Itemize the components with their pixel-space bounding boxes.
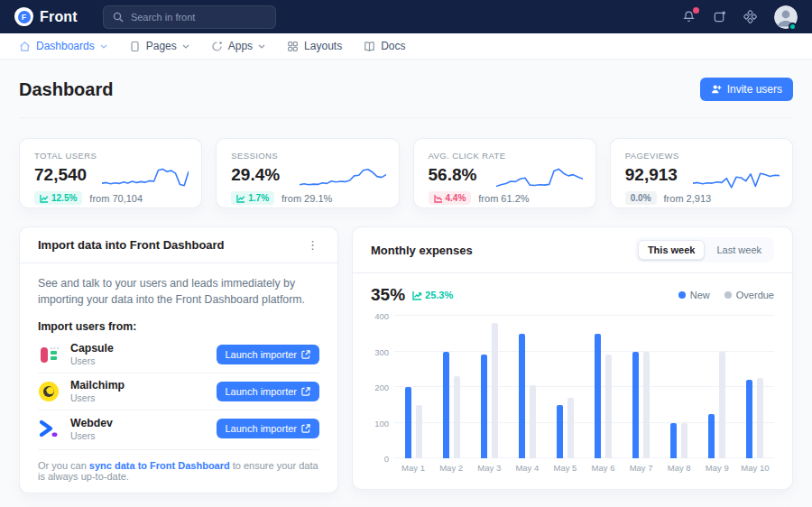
launch-importer-button-mailchimp[interactable]: Launch importer [217,382,320,401]
subnav-item-dashboards[interactable]: Dashboards [19,40,107,52]
brand-logo[interactable]: F Front [14,7,78,26]
bar-overdue [719,352,725,459]
page-header: Dashboard Invite users [19,78,793,118]
external-link-icon [301,350,310,359]
bar-group-may-4 [508,316,546,458]
import-name: Webdev [70,417,113,430]
stat-card-pageviews: Pageviews92,9130.0%from 2,913 [610,138,793,208]
import-name: Mailchimp [70,379,125,392]
invite-users-button[interactable]: Invite users [700,78,793,101]
mailchimp-logo-icon [38,381,60,402]
subnav-label: Apps [228,40,253,52]
bar-overdue [757,378,763,458]
subnav-label: Dashboards [36,40,95,52]
external-link-icon [301,387,310,396]
bar-new [443,352,449,459]
bar-overdue [492,323,498,458]
trend-up-icon [412,290,422,300]
bar-group-may-5 [546,316,584,458]
import-name: Capsule [70,342,114,355]
global-search[interactable] [103,5,276,29]
import-row-mailchimp: MailchimpUsersLaunch importer [38,373,319,410]
y-tick-label: 200 [374,383,389,392]
bar-new [519,334,525,458]
grid-icon [287,41,299,52]
import-data-card: Import data into Front Dashboard ⋮ See a… [19,226,338,493]
card-menu-dots-icon[interactable]: ⋮ [307,238,319,252]
expenses-card-title: Monthly expenses [371,244,473,257]
bar-new [481,355,487,458]
legend-item-new[interactable]: New [678,290,710,300]
unread-badge [693,7,699,14]
stat-card-total-users: Total users72,54012.5%from 70,104 [19,138,202,208]
delta-badge: 4.4% [429,191,472,205]
bar-new [557,405,563,458]
bar-overdue [643,352,650,459]
x-tick-label: May 6 [584,463,622,473]
activity-icon[interactable] [713,10,726,23]
bar-new [595,334,601,458]
stat-card-sessions: Sessions29.4%1.7%from 29.1% [216,138,399,208]
bar-group-may-3 [470,316,508,458]
launch-importer-button-webdev[interactable]: Launch importer [217,419,320,438]
subnav-item-docs[interactable]: Docs [364,40,405,52]
sparkline-chart [300,164,386,195]
subnav-label: Docs [381,40,405,52]
home-icon [19,41,31,52]
sync-data-link[interactable]: sync data to Front Dashboard [89,460,230,471]
bar-group-may-7 [623,316,660,458]
apps-launcher-icon[interactable] [743,10,757,23]
search-icon [113,12,124,23]
x-tick-label: May 7 [623,463,660,473]
user-avatar[interactable] [774,5,798,29]
stat-label: Sessions [231,151,383,161]
stat-label: Avg. click rate [429,151,581,161]
subnav-label: Pages [146,40,177,52]
toggle-this-week[interactable]: This week [638,240,706,260]
notifications-bell-icon[interactable] [682,10,696,23]
y-tick-label: 300 [374,346,389,356]
y-tick-label: 100 [374,418,389,428]
subnav-item-apps[interactable]: Apps [211,40,265,52]
bar-new [746,380,752,458]
delta-badge: 1.7% [231,191,274,205]
subnav-item-layouts[interactable]: Layouts [287,40,342,52]
front-logo-icon: F [14,7,33,26]
import-list: CapsuleUsersLaunch importerMailchimpUser… [38,336,319,447]
x-tick-label: May 9 [698,463,736,473]
online-status-dot [789,23,797,31]
sparkline-chart [496,164,583,195]
bar-group-may-8 [660,316,698,458]
front-logo-letter: F [18,11,31,23]
launch-importer-button-capsule[interactable]: Launch importer [217,345,320,364]
webdev-logo-icon [38,418,60,439]
import-type: Users [70,392,125,403]
x-tick-label: May 10 [736,463,774,473]
page-title: Dashboard [19,79,113,100]
chevron-down-icon [100,44,107,49]
stats-row: Total users72,54012.5%from 70,104Session… [19,138,793,208]
bar-overdue [530,385,536,458]
toggle-last-week[interactable]: Last week [706,240,771,260]
app-icon [211,41,223,52]
brand-name: Front [40,9,78,25]
import-footer: Or you can sync data to Front Dashboard … [38,449,319,482]
subnav-item-pages[interactable]: Pages [129,40,189,52]
import-description: See and talk to your users and leads imm… [38,276,319,309]
stat-card-avg-click-rate: Avg. click rate56.8%4.4%from 61.2% [413,138,596,208]
bar-new [708,414,715,458]
external-link-icon [301,424,310,433]
legend-swatch [724,291,732,299]
delta-badge: 0.0% [625,191,657,205]
import-subheading: Import users from: [38,320,319,333]
expenses-delta: 25.3% [412,290,453,300]
bar-overdue [416,405,422,458]
expenses-percent: 35% [371,285,405,305]
person-plus-icon [711,84,722,95]
legend-item-overdue[interactable]: Overdue [724,290,774,300]
top-navbar: F Front [0,0,812,33]
bar-group-may-2 [432,316,470,458]
stat-label: Total users [34,151,187,161]
bar-group-may-10 [736,316,774,458]
search-input[interactable] [131,12,266,23]
